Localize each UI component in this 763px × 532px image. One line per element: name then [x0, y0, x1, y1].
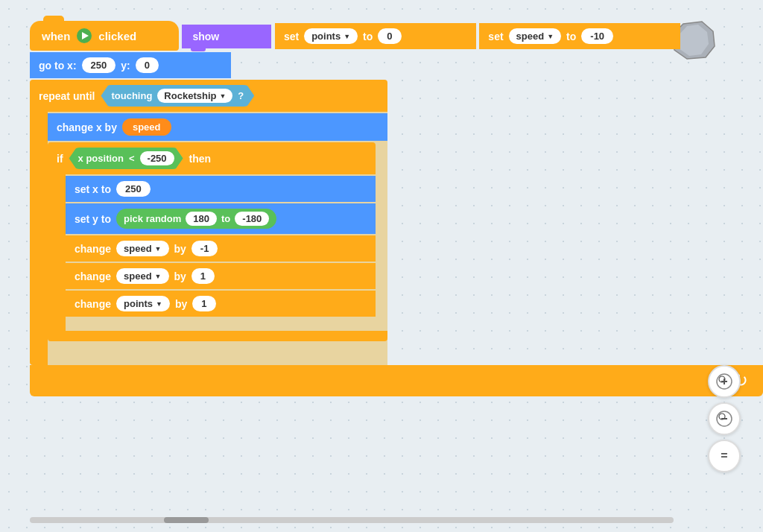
plus1-pill[interactable]: 1: [191, 268, 215, 284]
flag-icon: [76, 28, 92, 44]
question-mark: ?: [238, 90, 244, 101]
set-speed-block[interactable]: set speed ▼ to -10: [479, 23, 680, 49]
zoom-out-button[interactable]: [708, 402, 741, 435]
when-label: when: [42, 30, 70, 42]
change-label-3: change: [75, 298, 111, 310]
speed-dropdown-1[interactable]: speed ▼: [509, 28, 562, 44]
change-speed-minus-block[interactable]: change speed ▼ by -1: [66, 235, 376, 262]
change-x-block[interactable]: change x by speed: [48, 113, 387, 141]
reset-icon: =: [721, 449, 727, 463]
repeat-until-label: repeat until: [39, 90, 95, 102]
x-position-label: x position: [78, 153, 124, 164]
if-label: if: [57, 153, 63, 165]
x-value[interactable]: 250: [82, 57, 116, 73]
zoom-reset-button[interactable]: =: [708, 440, 741, 472]
speed-value: -10: [581, 28, 613, 44]
by-label-3: by: [175, 298, 187, 310]
set-x-block[interactable]: set x to 250: [66, 176, 376, 202]
random-to[interactable]: -180: [235, 212, 269, 226]
hat-block[interactable]: when clicked: [30, 21, 179, 51]
change-speed-plus-block[interactable]: change speed ▼ by 1: [66, 263, 376, 289]
to-label-1: to: [363, 31, 373, 42]
show-label: show: [192, 31, 219, 42]
change-x-label: change x by: [57, 121, 117, 133]
touching-label: touching: [111, 90, 152, 101]
to-label-random: to: [221, 213, 230, 224]
set-x-label: set x to: [75, 183, 111, 195]
scrollbar-thumb[interactable]: [164, 517, 209, 523]
to-label-2: to: [566, 31, 576, 42]
if-block[interactable]: if x position < -250 then: [48, 142, 387, 341]
change-label-1: change: [75, 243, 111, 255]
by-label-2: by: [174, 270, 186, 282]
points-by-pill[interactable]: 1: [192, 296, 215, 311]
clicked-label: clicked: [98, 30, 136, 42]
x250-pill[interactable]: 250: [116, 181, 151, 197]
y-value[interactable]: 0: [136, 57, 159, 73]
operator-label: <: [129, 153, 135, 164]
zoom-in-button[interactable]: [708, 365, 741, 398]
minus250-pill[interactable]: -250: [140, 151, 174, 165]
set-label-1: set: [284, 31, 299, 42]
rocketship-dropdown[interactable]: Rocketship ▼: [157, 89, 232, 103]
if-condition[interactable]: x position < -250: [69, 148, 183, 169]
set-label-2: set: [488, 31, 503, 42]
horizontal-scrollbar[interactable]: [30, 517, 674, 523]
set-y-label: set y to: [75, 213, 111, 225]
set-points-block[interactable]: set points ▼ to 0: [275, 23, 476, 49]
y-label: y:: [121, 60, 130, 72]
points-value: 0: [378, 28, 401, 44]
speed-oval: speed: [122, 118, 171, 136]
change-points-block[interactable]: change points ▼ by 1: [66, 291, 376, 317]
repeat-until-block[interactable]: repeat until touching Rocketship ▼ ?: [30, 80, 763, 396]
block-stack: when clicked show set points ▼ to 0: [30, 21, 763, 398]
zoom-controls: =: [708, 365, 741, 472]
speed-dropdown-3[interactable]: speed ▼: [116, 268, 169, 284]
pick-random-block[interactable]: pick random 180 to -180: [116, 209, 276, 229]
speed-dropdown-2[interactable]: speed ▼: [116, 241, 169, 256]
minus1-pill[interactable]: -1: [191, 241, 218, 256]
pick-random-label: pick random: [124, 213, 181, 224]
touching-condition[interactable]: touching Rocketship ▼ ?: [101, 85, 254, 107]
goto-block[interactable]: go to x: 250 y: 0: [30, 52, 231, 78]
change-label-2: change: [75, 270, 111, 282]
points-dropdown[interactable]: points ▼: [304, 28, 358, 44]
show-block[interactable]: show: [182, 25, 271, 48]
by-label-1: by: [174, 243, 186, 255]
set-y-block[interactable]: set y to pick random 180 to: [66, 203, 376, 234]
points-dropdown-2[interactable]: points ▼: [116, 296, 170, 311]
then-label: then: [189, 153, 212, 165]
random-from[interactable]: 180: [186, 212, 217, 226]
goto-label: go to x:: [39, 60, 77, 72]
